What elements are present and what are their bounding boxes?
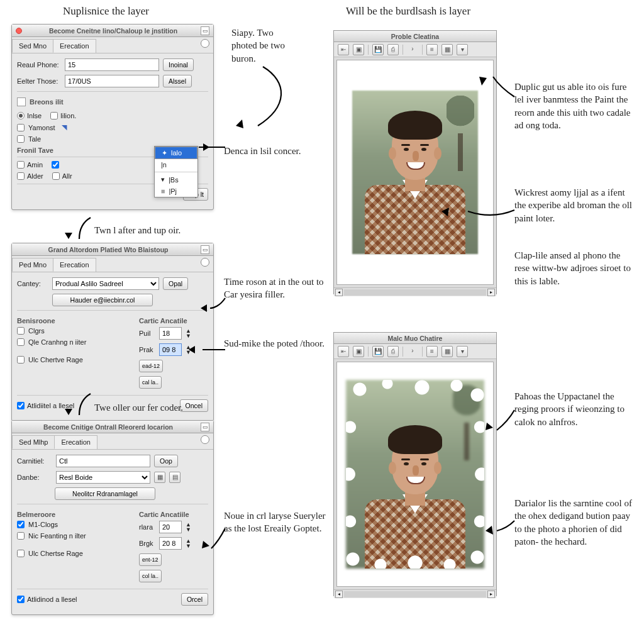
btn-alssel[interactable]: Alssel [163, 75, 192, 87]
btn-oop[interactable]: Oop [154, 455, 178, 467]
tab-erecation-2[interactable]: Erecation [53, 258, 96, 272]
minimize-icon[interactable]: ▭ [201, 26, 209, 35]
scroll-right-icon[interactable]: ▸ [487, 289, 495, 296]
settings-icon[interactable]: ▾ [457, 44, 468, 55]
btn-colla[interactable]: col la.. [139, 570, 162, 582]
chk-yamonst[interactable] [17, 124, 25, 131]
tab-erecation[interactable]: Erecation [53, 39, 96, 53]
chk-amin-2[interactable] [52, 161, 59, 169]
chk-allr[interactable] [52, 172, 60, 180]
dd-item-2[interactable]: |n [155, 159, 197, 170]
heading-brush-layer: Will be the burdlsash is layer [346, 5, 470, 18]
dropdown-menu[interactable]: ✦lalo |n ▾|Bs ≡|Pj [154, 146, 198, 197]
stepper-down-icon[interactable]: ▼ [186, 543, 191, 548]
layers-icon[interactable]: ▦ [441, 44, 453, 55]
chk-footer-2[interactable] [17, 402, 25, 409]
scroll-left-icon[interactable]: ◂ [335, 289, 343, 296]
imgwin-1-title[interactable]: Proble Cleatina [334, 31, 496, 42]
chk-ulc-3[interactable] [17, 550, 25, 557]
chk-footer-3[interactable] [17, 596, 25, 603]
label-amin: Amin [27, 161, 43, 169]
menu-icon[interactable]: ≡ [426, 44, 438, 55]
tab-options-icon[interactable] [197, 256, 213, 272]
spinner-prak[interactable] [159, 343, 182, 356]
save-icon[interactable]: 💾 [372, 44, 384, 55]
input-carnitiel[interactable] [56, 455, 150, 467]
stepper-down-icon[interactable]: ▼ [186, 350, 191, 355]
btn-hauder[interactable]: Hauder e@iiecbinr.col [52, 294, 153, 306]
tab-sedmlhp[interactable]: Sed Mlhp [12, 435, 55, 449]
tab-pedmno[interactable]: Ped Mno [12, 258, 53, 272]
spinner-brgk[interactable] [159, 537, 182, 550]
chk-tale[interactable] [17, 135, 25, 143]
scroll-right-icon[interactable]: ▸ [487, 591, 495, 598]
btn-calla[interactable]: cal la.. [139, 376, 162, 389]
input-eelter-those[interactable] [65, 75, 159, 87]
scrollbar-h[interactable]: ◂▸ [334, 287, 496, 296]
dd-item-4[interactable]: ≡|Pj [155, 186, 197, 197]
annotation-r3: Clap-lile ansed al phono the rese wittw-… [514, 249, 634, 287]
save-icon[interactable]: 💾 [372, 346, 384, 357]
dialog-1: Become Cneitne lino/Chaloup le jnstition… [11, 24, 214, 210]
dd-item-1[interactable]: ✦lalo [155, 147, 197, 159]
btn-opal[interactable]: Opal [163, 277, 188, 290]
menu-icon[interactable]: ≡ [426, 346, 438, 357]
btn-inoinal[interactable]: Inoinal [163, 58, 194, 71]
chevron-right-icon[interactable]: › [407, 44, 418, 55]
tab-options-icon[interactable] [197, 37, 213, 53]
chk-lilion[interactable] [50, 112, 58, 119]
chk-nic[interactable] [17, 532, 25, 540]
label-brgk: Brgk [139, 540, 155, 547]
back-icon[interactable]: ⇤ [338, 44, 349, 55]
arrow-icon [494, 516, 517, 535]
svg-marker-0 [236, 119, 243, 128]
radio-inlse[interactable] [17, 112, 25, 119]
chk-amin[interactable] [17, 161, 25, 169]
close-icon[interactable] [16, 28, 22, 34]
annotation-r5: Darialor lis the sarntine cool of the oh… [514, 497, 634, 548]
scroll-left-icon[interactable]: ◂ [335, 591, 343, 598]
spinner-rlara[interactable] [159, 521, 182, 533]
grid-icon[interactable]: ▤ [169, 472, 180, 483]
minimize-icon[interactable]: ▭ [201, 245, 209, 254]
label-ulc: Ulc Chertve Rage [28, 356, 83, 364]
chk-qle[interactable] [17, 338, 25, 346]
btn-ent[interactable]: ent-12 [139, 553, 162, 566]
select-danbe[interactable]: Resl Boide [56, 471, 150, 484]
link-icon[interactable]: ◥ [62, 123, 67, 131]
input-reaul-phone[interactable] [65, 58, 159, 71]
chevron-right-icon[interactable]: › [407, 346, 418, 357]
stepper-down-icon[interactable]: ▼ [186, 333, 191, 338]
canvas-2[interactable] [336, 362, 494, 587]
imgwin-2-title[interactable]: Malc Muo Chatire [334, 333, 496, 344]
chk-clgrs[interactable] [17, 327, 25, 335]
dialog-1-titlebar[interactable]: Become Cneitne lino/Chaloup le jnstition… [12, 25, 213, 37]
doc-icon[interactable]: ▣ [353, 44, 364, 55]
tab-options-icon[interactable] [197, 433, 213, 449]
chk-m1clogs[interactable] [17, 521, 25, 528]
chk-alder[interactable] [17, 172, 25, 180]
btn-ead[interactable]: ead-12 [139, 360, 163, 372]
settings-icon[interactable]: ▾ [457, 346, 468, 357]
btn-orcel[interactable]: Orcel [181, 593, 208, 606]
dialog-2-titlebar[interactable]: Grand Altordom Platied Wto Blaistoup ▭ [12, 243, 213, 256]
doc-icon[interactable]: ▣ [353, 346, 364, 357]
btn-neolitcr[interactable]: Neolitcr Rdranamlagel [55, 487, 155, 500]
scrollbar-h[interactable]: ◂▸ [334, 589, 496, 598]
layers-icon[interactable]: ▦ [441, 346, 453, 357]
palette-icon[interactable]: ▦ [154, 472, 165, 483]
canvas-1[interactable] [336, 60, 494, 285]
back-icon[interactable]: ⇤ [338, 346, 349, 357]
tab-erecation-3[interactable]: Erecation [54, 435, 97, 449]
dd-item-3[interactable]: ▾|Bs [155, 174, 197, 186]
annotation-3: Twn l after and tup oir. [94, 224, 220, 236]
print-icon[interactable]: ⎙ [387, 346, 399, 357]
stepper-down-icon[interactable]: ▼ [186, 527, 191, 532]
select-cantey[interactable]: Produal Aslilo Sadreel [52, 277, 159, 290]
minimize-icon[interactable]: ▭ [201, 423, 209, 431]
chk-ulc[interactable] [17, 356, 25, 364]
spinner-puil[interactable] [159, 327, 182, 340]
dialog-3-titlebar[interactable]: Become Cnitige Ontrall Rleorerd locarion… [12, 421, 213, 433]
tab-sedmno[interactable]: Sed Mno [12, 39, 53, 53]
print-icon[interactable]: ⎙ [387, 44, 399, 55]
